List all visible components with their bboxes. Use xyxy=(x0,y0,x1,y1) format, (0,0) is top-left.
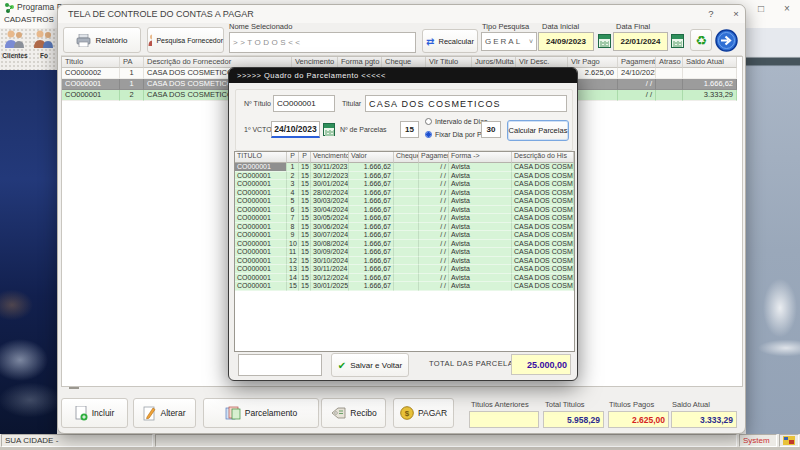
column-header[interactable]: Atraso xyxy=(656,57,683,68)
cell-pag: / / xyxy=(419,248,449,257)
cell-forma: Avista xyxy=(449,189,512,198)
cell-p1: 4 xyxy=(287,189,299,198)
pagar-button[interactable]: $ PAGAR xyxy=(393,398,454,428)
titular-field[interactable]: CASA DOS COSMETICOS xyxy=(365,95,567,112)
table-row[interactable]: CO00000121530/12/20231.666,67/ /AvistaCA… xyxy=(235,172,574,181)
column-header[interactable]: Descrição do His xyxy=(512,152,574,163)
relatorio-button[interactable]: Relatório xyxy=(63,27,141,53)
data-inicial-field[interactable]: 24/09/2023 xyxy=(538,32,594,51)
column-header[interactable]: Forma -> xyxy=(449,152,512,163)
pesquisa-fornecedor-button[interactable]: Pesquisa Fornecedor xyxy=(147,27,224,53)
cell-p1: 12 xyxy=(287,257,299,266)
tipo-pesquisa-select[interactable]: GERAL ˅ xyxy=(481,32,537,51)
table-row[interactable]: CO00000171530/05/20241.666,67/ /AvistaCA… xyxy=(235,214,574,223)
cell-p1: 1 xyxy=(287,163,299,172)
cell-forma: Avista xyxy=(449,172,512,181)
column-header[interactable]: Cheque xyxy=(394,152,419,163)
cell-p2: 15 xyxy=(299,197,311,206)
table-row[interactable]: CO00000191530/07/20241.666,67/ /AvistaCA… xyxy=(235,231,574,240)
cell-p1: 2 xyxy=(287,172,299,181)
cell-venc: 30/07/2024 xyxy=(311,231,349,240)
fornecedores-shortcut[interactable]: Fo xyxy=(30,29,58,59)
cell-valor: 1.666,67 xyxy=(349,265,394,274)
table-row[interactable]: CO000001101530/08/20241.666,67/ /AvistaC… xyxy=(235,240,574,249)
table-row[interactable]: CO000001111530/09/20241.666,67/ /AvistaC… xyxy=(235,248,574,257)
table-row[interactable]: CO00000181530/06/20241.666,67/ /AvistaCA… xyxy=(235,223,574,232)
table-row[interactable]: CO00000111530/11/20231.666,62/ /AvistaCA… xyxy=(235,163,574,172)
cell-pag: / / xyxy=(419,282,449,291)
clientes-shortcut[interactable]: Clientes xyxy=(1,29,29,59)
cell-venc: 30/12/2024 xyxy=(311,274,349,283)
table-row[interactable]: CO00000161530/04/20241.666,67/ /AvistaCA… xyxy=(235,206,574,215)
calendar-icon[interactable] xyxy=(598,34,611,48)
cell-pagamento: / / xyxy=(618,79,656,90)
cell-cheque xyxy=(394,265,419,274)
cell-forma: Avista xyxy=(449,248,512,257)
cell-cheque xyxy=(394,163,419,172)
app-close-button[interactable]: × xyxy=(784,3,790,14)
table-row[interactable]: CO00000131530/01/20241.666,67/ /AvistaCA… xyxy=(235,180,574,189)
column-header[interactable]: Valor xyxy=(349,152,394,163)
recibo-button[interactable]: Recibo xyxy=(321,398,386,428)
alterar-button[interactable]: Alterar xyxy=(133,398,196,428)
cell-pagamento: / / xyxy=(618,90,656,101)
parcelamento-button[interactable]: Parcelamento xyxy=(203,398,319,428)
menu-cadastros[interactable]: CADASTROS xyxy=(4,15,54,24)
cell-venc: 30/11/2023 xyxy=(311,163,349,172)
column-header[interactable]: Vlr Pago xyxy=(568,57,618,68)
column-header[interactable]: P xyxy=(299,152,311,163)
nome-selecionado-field[interactable]: >>TODOS<< xyxy=(229,32,416,53)
cell-forma: Avista xyxy=(449,274,512,283)
data-final-field[interactable]: 22/01/2024 xyxy=(613,32,668,51)
parcelas-field[interactable]: 15 xyxy=(400,121,419,138)
column-header[interactable]: Vencimento xyxy=(311,152,349,163)
column-header[interactable]: PA xyxy=(120,57,144,68)
radio-intervalo-dias[interactable]: Intervalo de Dias xyxy=(425,118,488,125)
close-button[interactable]: × xyxy=(729,8,743,19)
table-row[interactable]: CO000001151530/01/20251.666,67/ /AvistaC… xyxy=(235,282,574,291)
cell-pag: / / xyxy=(419,172,449,181)
table-row[interactable]: CO000001141530/12/20241.666,67/ /AvistaC… xyxy=(235,274,574,283)
cell-cheque xyxy=(394,223,419,232)
column-header[interactable]: TITULO xyxy=(235,152,287,163)
cell-venc: 30/04/2024 xyxy=(311,206,349,215)
calcular-parcelas-button[interactable]: Calcular Parcelas xyxy=(507,120,569,141)
table-row[interactable]: CO00000151530/03/20241.666,67/ /AvistaCA… xyxy=(235,197,574,206)
app-restore-button[interactable]: □ xyxy=(758,3,764,14)
column-header[interactable]: Titulo xyxy=(62,57,120,68)
column-header[interactable]: Pagamento xyxy=(419,152,449,163)
calendar-icon[interactable] xyxy=(671,34,684,48)
calendar-icon[interactable] xyxy=(323,123,335,136)
dia-field[interactable]: 30 xyxy=(481,121,501,138)
cell-venc: 30/05/2024 xyxy=(311,214,349,223)
help-button[interactable]: ? xyxy=(704,8,718,19)
cell-cheque xyxy=(394,172,419,181)
cell-cheque xyxy=(394,180,419,189)
column-header[interactable]: Saldo Atual xyxy=(683,57,737,68)
vcto-field[interactable]: 24/10/2023 xyxy=(271,121,320,138)
nome-selecionado-label: Nome Selecionado xyxy=(229,22,292,31)
cell-forma: Avista xyxy=(449,240,512,249)
cell-forma: Avista xyxy=(449,197,512,206)
window-titlebar[interactable]: TELA DE CONTROLE DO CONTAS A PAGAR ? × xyxy=(58,5,745,23)
titulos-pagos-field: 2.625,00 xyxy=(608,411,669,428)
refresh-button[interactable]: ♻ xyxy=(690,29,712,51)
recalcular-button[interactable]: ⇄ Recalcular xyxy=(422,29,478,53)
table-row[interactable]: CO00000141528/02/20241.666,67/ /AvistaCA… xyxy=(235,189,574,198)
scrollbar-thumb[interactable] xyxy=(69,387,79,389)
table-row[interactable]: CO000001131530/11/20241.666,67/ /AvistaC… xyxy=(235,265,574,274)
cell-pag: / / xyxy=(419,180,449,189)
table-row[interactable]: CO000001121530/10/20241.666,67/ /AvistaC… xyxy=(235,257,574,266)
go-button[interactable] xyxy=(715,29,738,54)
cell-venc: 30/09/2024 xyxy=(311,248,349,257)
app-toolbar: Clientes Fo xyxy=(0,28,57,70)
recalcular-label: Recalcular xyxy=(438,37,473,46)
cell-desc: CASA DOS COSMETICOS xyxy=(512,248,574,257)
numero-titulo-field[interactable]: CO000001 xyxy=(273,95,335,112)
incluir-button[interactable]: Incluir xyxy=(61,398,128,428)
column-header[interactable]: Pagamento xyxy=(618,57,656,68)
column-header[interactable]: P xyxy=(287,152,299,163)
cell-desc: CASA DOS COSMETICOS xyxy=(512,214,574,223)
salvar-voltar-button[interactable]: ✔ Salvar e Voltar xyxy=(331,353,409,377)
dialog-titlebar[interactable]: >>>>> Quadro do Parcelamento <<<<< xyxy=(229,68,577,83)
